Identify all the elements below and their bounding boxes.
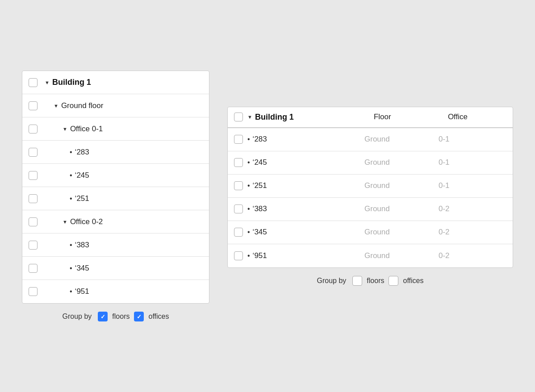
r345-office: 0-2 [439,228,492,237]
left-panel: ▼ Building 1 ▼ Ground floor ▼ Office 0-1… [22,71,209,304]
r283-office: 0-1 [439,135,492,144]
item-251-bullet-icon: • [70,195,72,203]
r345-label: ‘345 [253,228,267,237]
r383-office: 0-2 [439,204,492,213]
right-header-row: ▼ Building 1 Floor Office [228,107,513,128]
item-383-checkbox[interactable] [29,241,38,250]
r951-floor: Ground [364,251,436,260]
left-building-label: Building 1 [52,78,91,87]
item-245-row: • ‘245 [22,164,209,187]
item-383-label: ‘383 [75,241,89,250]
item-245-bullet-icon: • [70,171,72,179]
item-951-row: • ‘951 [22,280,209,303]
right-panel-wrapper: ▼ Building 1 Floor Office • ‘283 Ground … [227,107,513,286]
right-offices-checkbox[interactable] [389,276,398,286]
item-345-label: ‘345 [75,264,89,273]
r383-floor: Ground [364,204,436,213]
office-0-1-chevron-icon: ▼ [63,126,67,132]
ground-floor-row: ▼ Ground floor [22,94,209,117]
r251-label: ‘251 [253,181,267,190]
r345-bullet-icon: • [247,228,250,236]
item-245-label: ‘245 [75,171,89,180]
office-0-2-row: ▼ Office 0-2 [22,210,209,234]
right-panel: ▼ Building 1 Floor Office • ‘283 Ground … [227,107,513,268]
r383-bullet-icon: • [247,205,250,213]
right-group-by-label: Group by [317,277,347,285]
right-group-by: Group by floors offices [317,276,424,286]
office-0-2-checkbox[interactable] [29,217,38,226]
item-283-checkbox[interactable] [29,148,38,157]
item-251-row: • ‘251 [22,187,209,210]
right-office-header: Office [448,113,502,121]
right-floors-label: floors [367,277,384,285]
r951-bullet-icon: • [247,252,250,260]
table-row: • ‘245 Ground 0-1 [228,151,513,175]
r245-label: ‘245 [253,158,267,167]
r245-floor: Ground [364,158,436,167]
item-951-checkbox[interactable] [29,287,38,296]
item-345-bullet-icon: • [70,264,72,272]
left-offices-label: offices [148,313,169,321]
building-chevron-icon: ▼ [45,80,50,85]
item-951-bullet-icon: • [70,288,72,296]
office-0-1-row: ▼ Office 0-1 [22,117,209,141]
item-251-label: ‘251 [75,194,89,203]
r345-floor: Ground [364,228,436,237]
item-283-bullet-icon: • [70,148,72,156]
right-offices-label: offices [403,277,423,285]
table-row: • ‘345 Ground 0-2 [228,221,513,244]
r951-office: 0-2 [439,251,492,260]
item-383-row: • ‘383 [22,234,209,257]
item-283-row: • ‘283 [22,141,209,164]
left-header-checkbox[interactable] [29,78,38,87]
r951-label: ‘951 [253,251,267,260]
left-group-by: Group by floors offices [63,312,169,321]
office-0-1-label: Office 0-1 [70,125,103,133]
left-floors-checkbox[interactable] [98,312,108,321]
r951-checkbox[interactable] [234,251,243,260]
r245-checkbox[interactable] [234,158,243,167]
left-floors-label: floors [112,313,130,321]
r245-office: 0-1 [439,158,492,167]
right-building-label: Building 1 [255,113,294,121]
right-floors-checkbox[interactable] [352,276,362,286]
r283-bullet-icon: • [247,135,250,143]
left-panel-wrapper: ▼ Building 1 ▼ Ground floor ▼ Office 0-1… [22,71,209,321]
r251-bullet-icon: • [247,182,250,190]
right-building-chevron-icon: ▼ [247,114,252,120]
item-345-row: • ‘345 [22,257,209,280]
item-951-label: ‘951 [75,287,89,296]
office-0-2-label: Office 0-2 [70,217,103,226]
r245-bullet-icon: • [247,158,250,167]
r251-floor: Ground [364,181,436,190]
r383-label: ‘383 [253,204,267,213]
right-header-checkbox[interactable] [234,113,243,121]
r251-checkbox[interactable] [234,181,243,190]
r283-label: ‘283 [253,135,267,144]
r251-office: 0-1 [439,181,492,190]
right-floor-header: Floor [374,113,445,121]
left-group-by-label: Group by [63,313,92,321]
ground-floor-label: Ground floor [61,101,104,110]
r383-checkbox[interactable] [234,204,243,213]
ground-floor-checkbox[interactable] [29,101,38,110]
r283-floor: Ground [364,135,436,144]
item-383-bullet-icon: • [70,241,72,249]
table-row: • ‘951 Ground 0-2 [228,244,513,267]
office-0-2-chevron-icon: ▼ [63,219,67,225]
r283-checkbox[interactable] [234,135,243,144]
table-row: • ‘251 Ground 0-1 [228,175,513,198]
left-header-row: ▼ Building 1 [22,71,209,94]
office-0-1-checkbox[interactable] [29,125,38,133]
r345-checkbox[interactable] [234,228,243,237]
item-251-checkbox[interactable] [29,194,38,203]
table-row: • ‘283 Ground 0-1 [228,128,513,151]
table-row: • ‘383 Ground 0-2 [228,198,513,221]
ground-floor-chevron-icon: ▼ [54,103,59,108]
item-245-checkbox[interactable] [29,171,38,180]
item-283-label: ‘283 [75,148,89,157]
item-345-checkbox[interactable] [29,264,38,273]
left-offices-checkbox[interactable] [134,312,144,321]
